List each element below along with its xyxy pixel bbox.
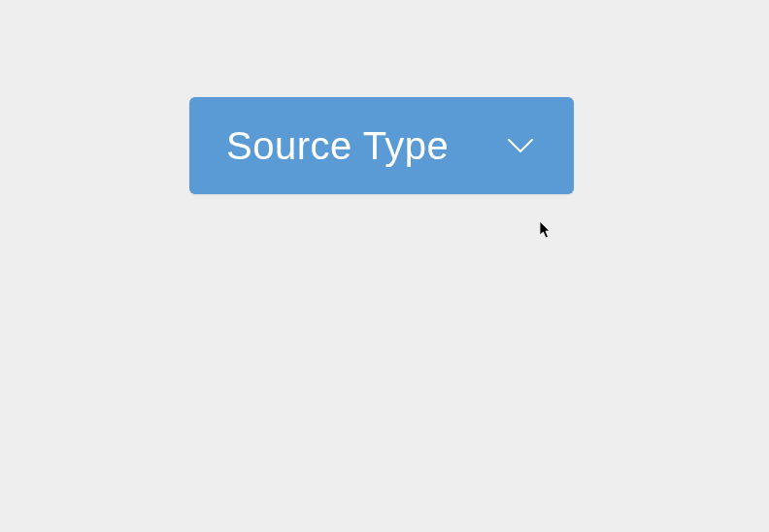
- dropdown-label: Source Type: [226, 124, 449, 168]
- chevron-down-icon: [506, 131, 535, 160]
- source-type-dropdown[interactable]: Source Type: [189, 97, 574, 194]
- mouse-cursor-icon: [540, 221, 553, 239]
